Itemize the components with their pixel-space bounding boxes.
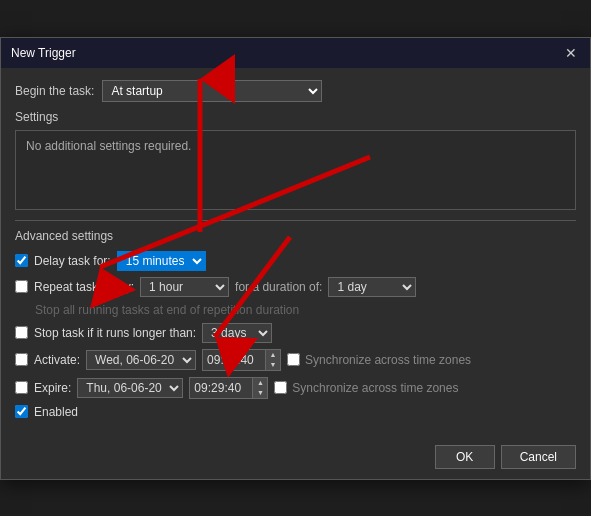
expire-time-up[interactable]: ▲: [253, 378, 267, 388]
delay-task-checkbox[interactable]: [15, 254, 28, 267]
stop-task-label: Stop task if it runs longer than:: [34, 326, 196, 340]
settings-box: No additional settings required.: [15, 130, 576, 210]
begin-task-label: Begin the task:: [15, 84, 94, 98]
title-bar: New Trigger ✕: [1, 38, 590, 68]
new-trigger-dialog: New Trigger ✕ Begin the task: At startup…: [0, 37, 591, 480]
ok-button[interactable]: OK: [435, 445, 495, 469]
activate-sync-row: Synchronize across time zones: [287, 353, 471, 367]
begin-task-row: Begin the task: At startup On a schedule…: [15, 80, 576, 102]
enabled-row: Enabled: [15, 405, 576, 419]
activate-time-arrows: ▲ ▼: [265, 350, 280, 370]
expire-checkbox[interactable]: [15, 381, 28, 394]
expire-date-select[interactable]: Thu, 06-06-20: [77, 378, 183, 398]
advanced-settings-label: Advanced settings: [15, 229, 576, 243]
activate-date-select[interactable]: Wed, 06-06-20: [86, 350, 196, 370]
stop-all-row: Stop all running tasks at end of repetit…: [35, 303, 576, 317]
expire-sync-checkbox[interactable]: [274, 381, 287, 394]
expire-sync-label: Synchronize across time zones: [292, 381, 458, 395]
delay-task-select[interactable]: 15 minutes 30 minutes 1 hour 2 hours: [117, 251, 206, 271]
activate-row: Activate: Wed, 06-06-20 09:29:40 ▲ ▼ Syn…: [15, 349, 576, 371]
activate-sync-label: Synchronize across time zones: [305, 353, 471, 367]
expire-label: Expire:: [34, 381, 71, 395]
expire-time-input[interactable]: 09:29:40: [190, 378, 252, 398]
for-duration-select[interactable]: 1 day 1 hour 2 hours Indefinitely: [328, 277, 416, 297]
repeat-task-checkbox[interactable]: [15, 280, 28, 293]
stop-task-row: Stop task if it runs longer than: 3 days…: [15, 323, 576, 343]
bottom-buttons: OK Cancel: [1, 437, 590, 479]
activate-time-spinner: 09:29:40 ▲ ▼: [202, 349, 281, 371]
activate-time-up[interactable]: ▲: [266, 350, 280, 360]
stop-task-checkbox[interactable]: [15, 326, 28, 339]
cancel-button[interactable]: Cancel: [501, 445, 576, 469]
delay-task-row: Delay task for: 15 minutes 30 minutes 1 …: [15, 251, 576, 271]
repeat-task-row: Repeat task every: 1 hour 15 minutes 30 …: [15, 277, 576, 297]
expire-time-arrows: ▲ ▼: [252, 378, 267, 398]
expire-time-spinner: 09:29:40 ▲ ▼: [189, 377, 268, 399]
stop-task-select[interactable]: 3 days 1 hour 1 day 7 days: [202, 323, 272, 343]
expire-row: Expire: Thu, 06-06-20 09:29:40 ▲ ▼ Synch…: [15, 377, 576, 399]
activate-time-down[interactable]: ▼: [266, 360, 280, 370]
for-duration-label: for a duration of:: [235, 280, 322, 294]
activate-label: Activate:: [34, 353, 80, 367]
enabled-label: Enabled: [34, 405, 78, 419]
stop-all-label: Stop all running tasks at end of repetit…: [35, 303, 299, 317]
activate-checkbox[interactable]: [15, 353, 28, 366]
settings-section-label: Settings: [15, 110, 576, 124]
dialog-title: New Trigger: [11, 46, 76, 60]
begin-task-select[interactable]: At startup On a schedule At log on On id…: [102, 80, 322, 102]
divider: [15, 220, 576, 221]
activate-time-input[interactable]: 09:29:40: [203, 350, 265, 370]
expire-sync-row: Synchronize across time zones: [274, 381, 458, 395]
delay-task-label: Delay task for:: [34, 254, 111, 268]
repeat-task-select[interactable]: 1 hour 15 minutes 30 minutes 2 hours: [140, 277, 229, 297]
enabled-checkbox[interactable]: [15, 405, 28, 418]
settings-text: No additional settings required.: [26, 139, 191, 153]
expire-time-down[interactable]: ▼: [253, 388, 267, 398]
repeat-task-label: Repeat task every:: [34, 280, 134, 294]
close-button[interactable]: ✕: [562, 44, 580, 62]
dialog-body: Begin the task: At startup On a schedule…: [1, 68, 590, 437]
activate-sync-checkbox[interactable]: [287, 353, 300, 366]
